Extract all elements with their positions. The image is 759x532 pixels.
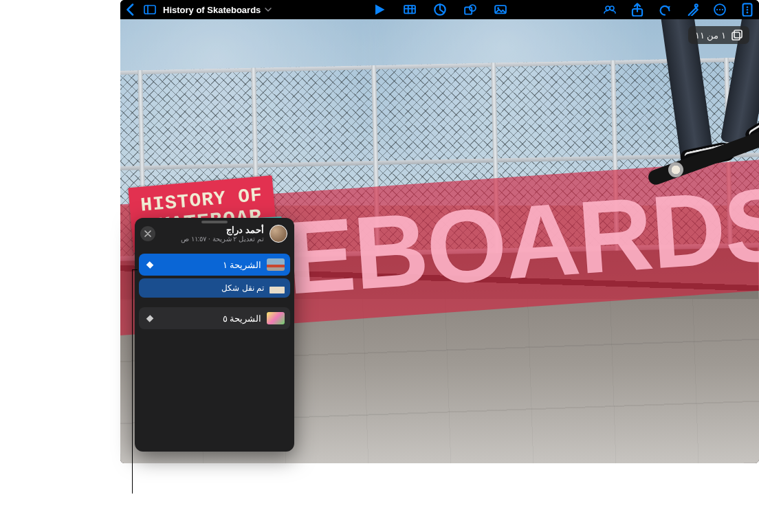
svg-point-17 [747, 6, 749, 8]
chevron-down-icon [265, 6, 272, 13]
close-icon [144, 230, 151, 237]
changes-panel: أحمد دراج تم تعديل ٢ شريحة · ١١:٥٧ ص الش… [135, 218, 294, 452]
slide-count-badge[interactable]: ١ من ١١ [688, 26, 749, 44]
drag-handle[interactable] [201, 221, 228, 223]
change-item-moved-shape[interactable]: تم نقل شكل [139, 278, 290, 298]
svg-rect-20 [732, 32, 740, 40]
svg-point-4 [469, 5, 475, 11]
collaborator-name: أحمد دراج [181, 225, 264, 235]
shape-thumb-icon [270, 287, 285, 289]
table-icon[interactable] [404, 3, 416, 16]
svg-point-13 [719, 9, 720, 10]
document-title[interactable]: History of Skateboards [163, 5, 272, 15]
back-icon[interactable] [124, 3, 137, 16]
svg-rect-19 [734, 30, 742, 38]
toolbar: History of Skateboards [120, 0, 759, 19]
change-item-label: تم نقل شكل [144, 283, 264, 293]
change-item-label: الشريحة ١ [158, 260, 261, 270]
sidebar-toggle-icon[interactable] [144, 3, 156, 16]
callout-line [132, 269, 133, 494]
change-item-slide5[interactable]: الشريحة ٥ [139, 307, 290, 329]
format-icon[interactable] [686, 3, 698, 16]
shape-icon[interactable] [464, 3, 476, 16]
more-icon[interactable] [714, 3, 726, 16]
chevron-down-icon [146, 261, 154, 269]
svg-point-7 [606, 6, 610, 10]
slides-icon [732, 30, 742, 41]
chart-icon[interactable] [434, 3, 446, 16]
undo-icon[interactable] [659, 3, 671, 16]
svg-rect-0 [144, 5, 155, 14]
svg-point-8 [610, 6, 614, 10]
svg-point-14 [722, 9, 723, 10]
change-item-label: الشريحة ٥ [158, 313, 261, 324]
slide-count-text: ١ من ١١ [695, 30, 726, 41]
changes-subtitle: تم تعديل ٢ شريحة · ١١:٥٧ ص [181, 235, 264, 243]
chevron-left-icon [146, 315, 154, 322]
slide-thumb [267, 312, 285, 324]
svg-rect-1 [404, 5, 415, 13]
svg-point-12 [716, 9, 718, 10]
document-options-icon[interactable] [741, 3, 754, 16]
svg-point-16 [747, 9, 749, 11]
play-icon[interactable] [373, 3, 386, 16]
change-item-slide1[interactable]: الشريحة ١ [139, 254, 290, 276]
skater-figure [566, 19, 759, 190]
document-title-text: History of Skateboards [163, 5, 261, 15]
share-icon[interactable] [631, 3, 644, 16]
slide-thumb [267, 258, 285, 271]
image-icon[interactable] [494, 3, 507, 16]
close-button[interactable] [140, 226, 155, 241]
collaborate-icon[interactable] [604, 3, 616, 16]
avatar [270, 225, 287, 243]
svg-point-10 [695, 4, 698, 7]
svg-point-18 [747, 12, 749, 14]
